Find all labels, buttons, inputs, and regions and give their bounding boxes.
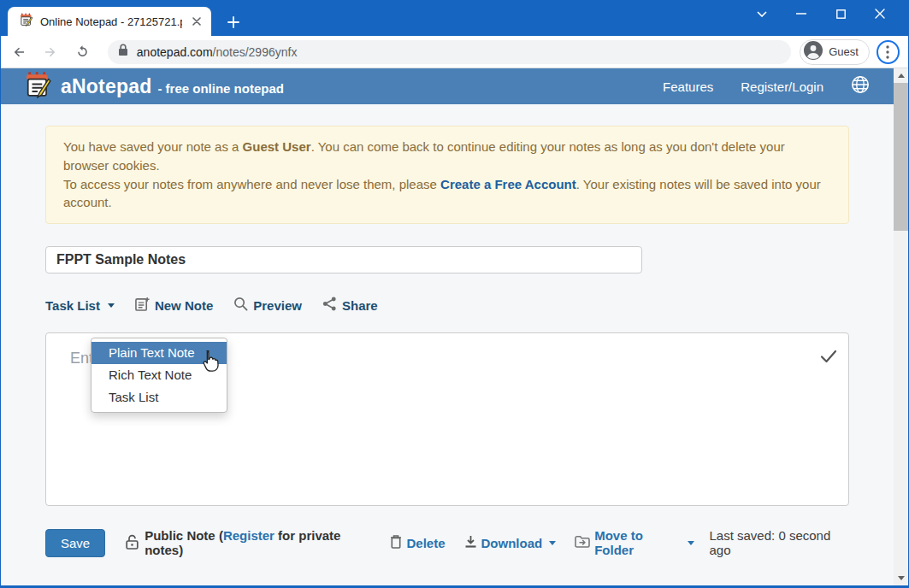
delete-label: Delete <box>406 536 445 550</box>
share-icon <box>322 297 337 314</box>
scroll-up-icon[interactable] <box>894 68 908 82</box>
last-saved-status: Last saved: 0 second ago <box>710 528 850 557</box>
delete-button[interactable]: Delete <box>390 534 445 551</box>
site-nav: Features Register/Login <box>663 75 880 97</box>
brand-name: aNotepad <box>61 75 151 98</box>
scroll-down-icon[interactable] <box>894 571 908 585</box>
preview-label: Preview <box>253 298 302 313</box>
site-header: aNotepad - free online notepad Features … <box>1 68 895 104</box>
download-button[interactable]: Download <box>464 535 557 551</box>
browser-titlebar: Online Notepad - 27125721.pdf <box>1 0 908 36</box>
profile-chip[interactable]: Guest <box>800 39 870 65</box>
globe-icon[interactable] <box>851 75 870 97</box>
browser-toolbar: anotepad.com/notes/2996ynfx Guest <box>1 36 908 68</box>
dropdown-item-plain-text-note[interactable]: Plain Text Note <box>91 342 227 364</box>
banner-text: To access your notes from anywhere and n… <box>63 177 440 191</box>
move-to-folder-button[interactable]: Move to Folder <box>575 528 694 557</box>
close-button[interactable] <box>860 0 900 27</box>
caret-down-icon <box>549 541 556 545</box>
new-tab-icon[interactable] <box>223 12 244 32</box>
preview-button[interactable]: Preview <box>233 297 302 314</box>
page-content: aNotepad - free online notepad Features … <box>1 68 895 586</box>
caret-down-icon <box>108 303 115 308</box>
browser-tab[interactable]: Online Notepad - 27125721.pdf <box>8 7 211 36</box>
reload-button[interactable] <box>69 38 96 66</box>
browser-window: Online Notepad - 27125721.pdf <box>0 0 909 588</box>
avatar-icon <box>804 41 823 63</box>
note-actions-bar: Save Public Note (Register for private n… <box>45 528 849 557</box>
notepad-favicon-icon <box>20 13 33 30</box>
minimize-button[interactable] <box>782 0 821 27</box>
tab-close-icon[interactable] <box>189 14 204 29</box>
maximize-button[interactable] <box>821 0 860 27</box>
folder-move-icon <box>575 535 590 550</box>
create-account-link[interactable]: Create a Free Account <box>440 177 576 191</box>
banner-bold-guest-user: Guest User <box>243 139 311 154</box>
brand-tagline: - free online notepad <box>157 81 284 96</box>
chevron-down-icon[interactable] <box>742 0 782 27</box>
trash-icon <box>390 534 402 551</box>
note-type-label: Task List <box>45 298 100 313</box>
note-type-dropdown: Plain Text Note Rich Text Note Task List <box>91 338 227 413</box>
share-label: Share <box>342 298 378 313</box>
move-to-folder-label: Move to Folder <box>594 528 680 557</box>
register-link[interactable]: Register <box>223 528 274 543</box>
visibility-text: Public Note (Register for private notes) <box>145 528 371 557</box>
dropdown-item-task-list[interactable]: Task List <box>91 386 227 409</box>
url-text: anotepad.com/notes/2996ynfx <box>137 45 298 59</box>
download-label: Download <box>481 536 543 550</box>
forward-button[interactable] <box>38 38 64 66</box>
caret-down-icon <box>688 541 694 545</box>
share-button[interactable]: Share <box>322 297 378 314</box>
autosave-check-icon <box>818 346 839 370</box>
note-editor: You have saved your note as a Guest User… <box>45 126 849 557</box>
unlock-icon <box>126 534 139 552</box>
window-controls <box>742 0 900 27</box>
lock-icon[interactable] <box>118 44 128 60</box>
anotepad-logo-icon <box>25 71 52 102</box>
download-icon <box>464 535 477 551</box>
brand: aNotepad - free online notepad <box>61 75 284 98</box>
back-button[interactable] <box>6 38 32 66</box>
address-bar[interactable]: anotepad.com/notes/2996ynfx <box>108 40 791 64</box>
guest-notice-banner: You have saved your note as a Guest User… <box>45 126 849 224</box>
tab-title: Online Notepad - 27125721.pdf <box>40 15 182 28</box>
note-toolbar: Task List New Note Preview <box>45 296 849 315</box>
profile-label: Guest <box>829 45 859 58</box>
visibility-status: Public Note (Register for private notes) <box>126 528 371 557</box>
new-note-button[interactable]: New Note <box>135 297 213 314</box>
new-note-label: New Note <box>155 298 213 313</box>
page-scrollbar[interactable] <box>894 68 908 586</box>
banner-text: You have saved your note as a <box>63 139 243 154</box>
browser-menu-button[interactable] <box>877 40 900 64</box>
note-type-button[interactable]: Task List <box>45 298 115 313</box>
nav-register-login-link[interactable]: Register/Login <box>741 79 823 94</box>
save-button[interactable]: Save <box>45 529 105 557</box>
new-note-icon <box>135 297 150 314</box>
note-title-input[interactable] <box>45 246 642 273</box>
search-icon <box>233 297 248 314</box>
scrollbar-thumb[interactable] <box>894 83 908 231</box>
nav-features-link[interactable]: Features <box>663 79 713 94</box>
dropdown-item-rich-text-note[interactable]: Rich Text Note <box>91 364 227 386</box>
